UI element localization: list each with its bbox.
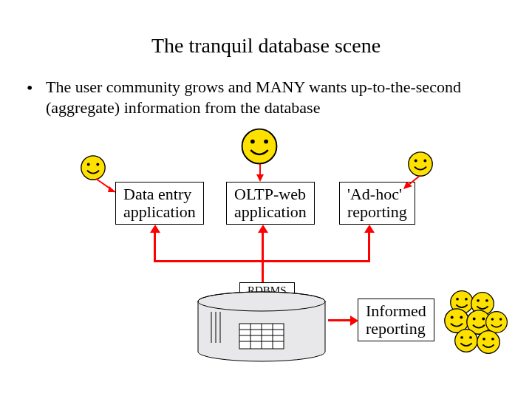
svg-point-2	[96, 163, 99, 166]
bus-line	[154, 231, 156, 262]
svg-point-47	[491, 338, 494, 341]
arrow-up-icon	[364, 225, 375, 233]
svg-marker-12	[256, 174, 264, 182]
svg-point-46	[482, 338, 485, 341]
svg-point-3	[242, 129, 277, 164]
connector-line	[95, 177, 117, 194]
svg-point-5	[264, 140, 268, 144]
svg-point-28	[456, 298, 459, 301]
svg-point-34	[451, 316, 454, 319]
svg-point-42	[455, 330, 478, 352]
arrow-up-icon	[258, 225, 268, 233]
connector-line	[402, 174, 421, 191]
svg-point-0	[81, 156, 105, 180]
smiley-icon	[476, 330, 501, 355]
smiley-icon	[407, 151, 434, 177]
svg-point-1	[87, 163, 90, 166]
connector-line	[256, 164, 264, 183]
svg-point-37	[473, 318, 476, 321]
oltp-web-box: OLTP-web application	[226, 182, 315, 225]
data-entry-box: Data entry application	[115, 182, 204, 225]
svg-point-40	[491, 318, 494, 321]
informed-reporting-box: Informed reporting	[358, 299, 434, 341]
svg-point-4	[250, 140, 255, 144]
svg-point-41	[499, 318, 502, 321]
bus-line	[368, 231, 370, 262]
arrow-right-icon	[350, 316, 358, 326]
database-icon	[195, 291, 328, 364]
svg-point-31	[477, 299, 480, 302]
connector-line	[328, 319, 352, 321]
svg-point-43	[460, 336, 463, 339]
svg-point-44	[469, 336, 472, 339]
arrow-up-icon	[150, 225, 160, 233]
svg-point-7	[415, 160, 417, 163]
svg-point-29	[465, 298, 468, 301]
svg-point-35	[460, 316, 463, 319]
svg-point-32	[485, 299, 488, 302]
svg-point-45	[477, 331, 500, 354]
slide: The tranquil database scene • The user c…	[0, 0, 532, 399]
smiley-icon	[240, 127, 279, 166]
svg-point-8	[423, 160, 426, 163]
slide-title: The tranquil database scene	[0, 34, 532, 58]
svg-point-6	[409, 152, 432, 176]
bullet-marker: •	[27, 78, 33, 98]
smiley-icon	[454, 328, 479, 353]
bullet-text: The user community grows and MANY wants …	[46, 77, 502, 117]
bus-line	[262, 231, 264, 284]
